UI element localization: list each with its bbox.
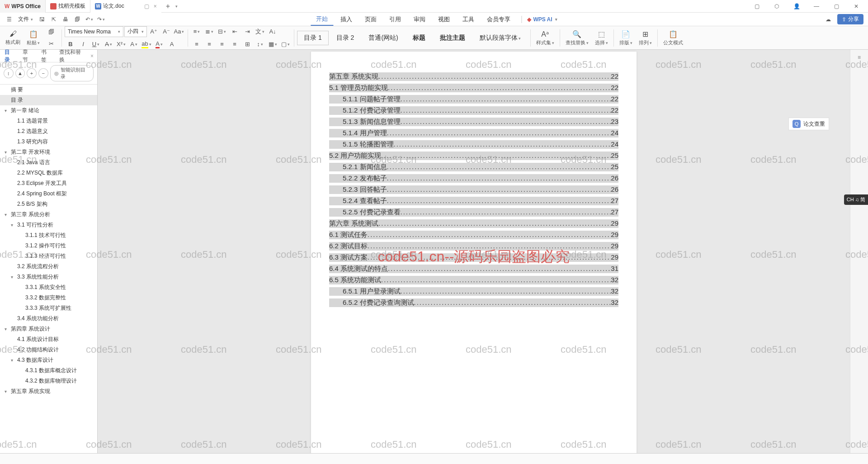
print-preview-icon[interactable]: 🗐 [72, 14, 83, 25]
style-toc2[interactable]: 目录 2 [330, 31, 361, 45]
tab-start[interactable]: 开始 [311, 13, 333, 26]
export-icon[interactable]: ⇱ [48, 14, 59, 25]
outline-item[interactable]: 1.1 选题背景 [0, 116, 97, 126]
outline-item[interactable]: ▾第二章 开发环境 [0, 147, 97, 157]
outline-item[interactable]: ▾第四章 系统设计 [0, 324, 97, 334]
increase-indent-button[interactable]: ⇥ [241, 26, 253, 37]
font-color-button[interactable]: A▾ [153, 39, 165, 50]
border-button[interactable]: ▢▾ [279, 39, 291, 50]
outline-item[interactable]: 4.3.1 数据库概念设计 [0, 365, 97, 376]
bullet-list-button[interactable]: ≡▾ [191, 26, 203, 37]
outline-item[interactable]: 2.5 B/S 架构 [0, 199, 97, 209]
outline-item[interactable]: ▾3.1 可行性分析 [0, 220, 97, 230]
remove-button[interactable]: − [38, 68, 48, 78]
template-tab[interactable]: 找稻壳模板 [46, 0, 90, 13]
print-icon[interactable]: 🖶 [60, 14, 71, 25]
outline-item[interactable]: 3.2 系统流程分析 [0, 261, 97, 272]
outline-item[interactable]: 2.2 MYSQL 数据库 [0, 168, 97, 178]
outline-item[interactable]: 3.3.2 数据完整性 [0, 293, 97, 303]
app-tab[interactable]: WWPS Office [0, 0, 46, 13]
outline-item[interactable]: 2.1 Java 语言 [0, 157, 97, 168]
outline-item[interactable]: 3.1.3 经济可行性 [0, 251, 97, 261]
font-name-select[interactable]: Times New Roma▾ [65, 26, 123, 37]
outline-item[interactable]: 1.2 选题意义 [0, 126, 97, 137]
tab-insert[interactable]: 插入 [335, 14, 358, 25]
line-spacing-button[interactable]: ↕▾ [254, 39, 266, 50]
outline-item[interactable]: 3.3.3 系统可扩展性 [0, 303, 97, 313]
outline-item[interactable]: ▾第五章 系统实现 [0, 386, 97, 397]
outline-item[interactable]: ▾4.3 数据库设计 [0, 355, 97, 365]
share-button[interactable]: ⇪ 分享 [837, 14, 863, 24]
tab-view[interactable]: 视图 [433, 14, 455, 25]
underline-button[interactable]: U▾ [90, 39, 102, 50]
outline-item[interactable]: 4.2 功能结构设计 [0, 345, 97, 355]
undo-button[interactable]: ↶▾ [84, 14, 94, 25]
avatar-icon[interactable]: 👤 [788, 0, 805, 13]
outline-item[interactable]: 摘 要 [0, 85, 97, 95]
tab-ref[interactable]: 引用 [384, 14, 406, 25]
number-list-button[interactable]: ≣▾ [203, 26, 215, 37]
wps-ai-button[interactable]: ◆WPS AI▾ [527, 16, 557, 23]
maximize-button[interactable]: ▢ [828, 0, 844, 13]
sidebar-close-icon[interactable]: × [87, 53, 97, 59]
save-icon[interactable]: 🖫 [37, 14, 47, 25]
move-up-button[interactable]: ▲ [15, 68, 25, 78]
file-menu[interactable]: 文件▾ [15, 15, 36, 23]
close-tab-icon[interactable]: × [154, 3, 157, 9]
add-button[interactable]: + [27, 68, 37, 78]
outline-item[interactable]: 2.3 Eclipse 开发工具 [0, 178, 97, 189]
outline-item[interactable]: 4.3.2 数据库物理设计 [0, 376, 97, 386]
align-center-button[interactable]: ≡ [203, 39, 215, 50]
outline-item[interactable]: 2.4 Spring Boot 框架 [0, 189, 97, 199]
text-effect-button[interactable]: A▾ [128, 39, 140, 50]
outline-item[interactable]: 1.3 研究内容 [0, 137, 97, 147]
align-justify-button[interactable]: ≡ [229, 39, 241, 50]
tab-review[interactable]: 审阅 [408, 14, 431, 25]
paste-button[interactable]: 📋粘贴▾ [24, 30, 42, 46]
style-toc1[interactable]: 目录 1 [297, 31, 329, 45]
clear-format-button[interactable]: A [166, 39, 178, 50]
document-area[interactable]: 第五章 系统实现 ...............................… [98, 50, 850, 464]
close-window-button[interactable]: ✕ [848, 0, 864, 13]
style-default[interactable]: 默认段落字体▾ [473, 31, 528, 45]
decrease-indent-button[interactable]: ⇤ [229, 26, 241, 37]
official-mode-button[interactable]: 📋公文模式 [660, 30, 686, 46]
outline-item[interactable]: ▾3.3 系统性能分析 [0, 272, 97, 282]
window-layout-icon[interactable]: ▢ [749, 0, 765, 13]
change-case-icon[interactable]: Aa▾ [173, 26, 185, 37]
add-tab-button[interactable]: + [161, 2, 175, 10]
outline-item[interactable]: ▾第一章 绪论 [0, 105, 97, 116]
strikethrough-button[interactable]: A̶▾ [103, 39, 114, 50]
cube-icon[interactable]: ⬡ [769, 0, 785, 13]
decrease-font-icon[interactable]: A⁻ [160, 26, 172, 37]
font-size-select[interactable]: 小四▾ [124, 26, 147, 37]
cloud-icon[interactable]: ☁ [823, 14, 834, 25]
outline-item[interactable]: 3.1.2 操作可行性 [0, 241, 97, 251]
distribute-button[interactable]: ⊞ [241, 39, 253, 50]
collapse-rail-icon[interactable]: ≡ [858, 54, 861, 61]
format-painter-button[interactable]: 🖌格式刷 [3, 30, 23, 46]
outline-item[interactable]: 3.4 系统功能分析 [0, 313, 97, 324]
plagiarism-check-label[interactable]: Q论文查重 [788, 118, 829, 130]
tab-tools[interactable]: 工具 [457, 14, 480, 25]
outline-item[interactable]: ▾第三章 系统分析 [0, 209, 97, 220]
copy-button[interactable]: 🗐 [45, 27, 57, 38]
style-set-button[interactable]: Aᵃ样式集▾ [533, 30, 557, 46]
style-normal[interactable]: 普通(网站) [362, 31, 405, 45]
sort-button[interactable]: A↓ [267, 26, 278, 37]
outline-item[interactable]: 目 录 [0, 95, 97, 105]
collapse-button[interactable]: ↕ [4, 68, 14, 78]
outline-item[interactable]: 3.3.1 系统安全性 [0, 282, 97, 293]
arrange-button[interactable]: ⊞排列▾ [636, 30, 655, 46]
tab-page[interactable]: 页面 [359, 14, 382, 25]
highlight-button[interactable]: ab▾ [141, 39, 152, 50]
style-title[interactable]: 标题 [406, 31, 432, 45]
multilevel-list-button[interactable]: ⊟▾ [216, 26, 228, 37]
tab-menu-icon[interactable]: ▢ [144, 3, 149, 9]
minimize-button[interactable]: — [808, 0, 825, 13]
find-replace-button[interactable]: 🔍查找替换▾ [563, 30, 591, 46]
layout-button[interactable]: 📄排版▾ [617, 30, 635, 46]
increase-font-icon[interactable]: A⁺ [148, 26, 160, 37]
shading-button[interactable]: ▦▾ [267, 39, 278, 50]
align-right-button[interactable]: ≡ [216, 39, 228, 50]
